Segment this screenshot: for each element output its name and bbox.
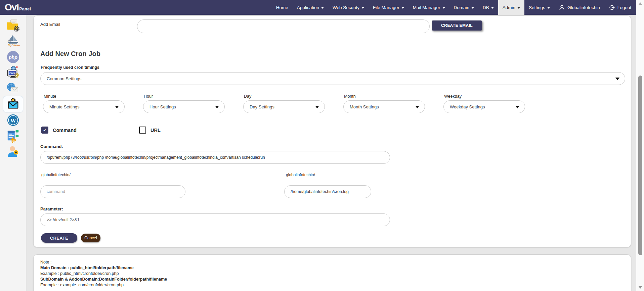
chevron-down-icon (415, 106, 419, 108)
nav-item-home[interactable]: Home (272, 0, 293, 15)
common-settings-select[interactable]: Common Settings (40, 72, 625, 85)
caret-down-icon (361, 7, 364, 9)
chevron-down-icon (515, 106, 519, 108)
svg-text:W: W (10, 117, 16, 124)
caret-down-icon (321, 7, 324, 9)
dns-icon: DNS (6, 66, 20, 80)
cron-log-input[interactable] (284, 185, 371, 198)
weekday-select[interactable]: Weekday Settings (443, 100, 525, 113)
command-checkbox-label: Command (53, 128, 77, 133)
logo-main-text: Ovi (5, 2, 19, 13)
caret-down-icon (491, 7, 494, 9)
sidebar-item-add-user[interactable] (3, 144, 23, 159)
day-select[interactable]: Day Settings (243, 100, 325, 113)
hour-select-group: Hour Hour Settings (143, 94, 225, 113)
command-checkbox-group[interactable]: ✓ Command (41, 127, 77, 134)
caret-down-icon (401, 7, 404, 9)
svg-text:php: php (8, 54, 17, 60)
path-prefix-left: globalinfotechin/ (41, 173, 71, 177)
parameter-input[interactable] (40, 213, 390, 226)
parameter-field-label: Parameter: (40, 206, 63, 211)
site-builder-icon (6, 129, 20, 143)
minute-label: Minute (43, 94, 125, 99)
command-checkbox[interactable]: ✓ (41, 127, 48, 134)
nav-item-admin[interactable]: Admin (498, 0, 524, 15)
month-label: Month (343, 94, 425, 99)
caret-down-icon (547, 7, 550, 9)
create-cron-button[interactable]: CREATE (41, 233, 77, 243)
url-checkbox-label: URL (151, 128, 161, 133)
month-select-group: Month Month Settings (343, 94, 425, 113)
wordpress-icon: W (6, 113, 20, 127)
create-email-button[interactable]: CREATE EMAIL (432, 20, 482, 31)
hour-select[interactable]: Hour Settings (143, 100, 225, 113)
sidebar-item-file-manager[interactable] (3, 17, 23, 33)
minute-select[interactable]: Minute Settings (43, 100, 125, 113)
logout-icon (609, 4, 615, 11)
day-select-group: Day Day Settings (243, 94, 325, 113)
phpmyadmin-icon: php MyAdmin (6, 34, 20, 48)
common-settings-value: Common Settings (47, 76, 81, 81)
nav-item-file-manager[interactable]: File Manager (369, 0, 409, 15)
chevron-down-icon (215, 106, 219, 108)
nav-item-domain[interactable]: Domain (449, 0, 479, 15)
chevron-down-icon (115, 106, 119, 108)
url-checkbox[interactable] (139, 127, 146, 134)
cancel-button[interactable]: Cancel (81, 234, 100, 242)
command-short-input[interactable] (40, 185, 185, 198)
note-example-2: Example : example_com/cronfolder/cron.ph… (40, 282, 624, 288)
logo-sub-text: Panel (19, 6, 31, 11)
ovipanel-logo[interactable]: Ovi Panel (0, 2, 31, 13)
nav-item-settings[interactable]: Settings (524, 0, 554, 15)
month-select[interactable]: Month Settings (343, 100, 425, 113)
nav-user-account[interactable]: Globalinfotechin (554, 0, 604, 15)
php-icon: php (6, 50, 20, 64)
add-email-label: Add Email (40, 22, 60, 27)
sidebar-item-dns[interactable]: DNS (3, 65, 23, 81)
nav-item-db[interactable]: DB (478, 0, 498, 15)
sidebar-item-cron-email[interactable] (3, 96, 23, 112)
note-card: Note : Main Domain : public_html/folderp… (33, 254, 631, 291)
add-user-icon (6, 145, 20, 159)
scrollbar-thumb[interactable] (638, 76, 642, 255)
weekday-label: Weekday (443, 94, 525, 99)
nav-item-web-security[interactable]: Web Security (328, 0, 369, 15)
day-label: Day (243, 94, 325, 99)
app-sidebar: php MyAdmin php DNS (0, 15, 26, 291)
nav-item-mail-manager[interactable]: Mail Manager (409, 0, 449, 15)
sidebar-item-site-builder[interactable] (3, 128, 23, 144)
minute-select-group: Minute Minute Settings (43, 94, 125, 113)
note-example-1: Example : public_html/cronfolder/cron.ph… (40, 271, 624, 277)
note-main-domain: Main Domain : public_html/folderpath/fil… (40, 265, 624, 271)
command-input[interactable] (40, 151, 390, 164)
sidebar-item-webmail[interactable] (3, 81, 23, 96)
url-checkbox-group[interactable]: URL (139, 127, 161, 134)
caret-down-icon (442, 7, 445, 9)
caret-down-icon (517, 7, 520, 9)
nav-logout-label: Logout (617, 5, 631, 10)
scrollbar-up-arrow-icon[interactable] (638, 2, 642, 5)
page-scrollbar[interactable] (636, 0, 644, 291)
svg-text:php: php (7, 39, 11, 42)
chevron-down-icon (315, 106, 319, 108)
cron-timings-label: Frequently used cron timings (41, 65, 99, 70)
cron-email-icon (6, 97, 20, 111)
nav-item-application[interactable]: Application (293, 0, 328, 15)
nav-menu: Home Application Web Security File Manag… (272, 0, 636, 15)
cron-timing-selects: Minute Minute Settings Hour Hour Setting… (43, 94, 525, 113)
sidebar-item-phpmyadmin[interactable]: php MyAdmin (3, 33, 23, 49)
sidebar-item-wordpress[interactable]: W (3, 112, 23, 128)
hour-label: Hour (143, 94, 225, 99)
add-email-input[interactable] (137, 19, 430, 33)
webmail-icon (6, 82, 20, 96)
scrollbar-down-arrow-icon[interactable] (638, 286, 642, 289)
file-manager-icon (6, 18, 20, 33)
weekday-select-group: Weekday Weekday Settings (443, 94, 525, 113)
sidebar-item-php[interactable]: php (3, 49, 23, 65)
page-title: Add New Cron Job (40, 50, 100, 58)
note-subdomain: SubDomain & AddonDomain:DomainFolder/fol… (40, 277, 624, 282)
nav-logout[interactable]: Logout (604, 0, 636, 15)
note-title: Note : (40, 259, 624, 265)
main-content: Add Email CREATE EMAIL Add New Cron Job … (26, 15, 636, 291)
path-prefix-right: globalinfotechin/ (286, 173, 315, 177)
